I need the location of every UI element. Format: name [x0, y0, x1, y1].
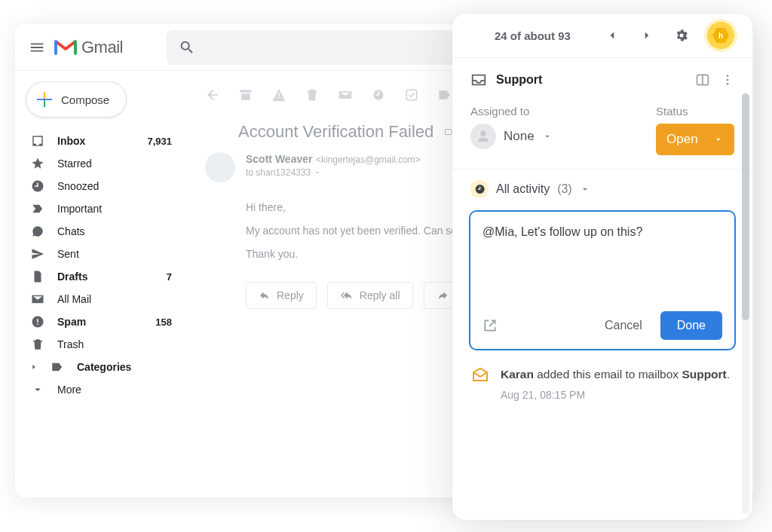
- delete-icon[interactable]: [305, 87, 320, 102]
- prev-button[interactable]: [600, 23, 624, 47]
- label-icon: [50, 360, 65, 374]
- status-label: Status: [656, 105, 734, 118]
- important-icon: [30, 202, 45, 216]
- archive-icon[interactable]: [238, 87, 253, 102]
- assignee-picker[interactable]: None: [470, 124, 641, 149]
- markread-icon[interactable]: [338, 87, 353, 102]
- gmail-logo: Gmail: [54, 38, 123, 57]
- sidebar-item-trash[interactable]: Trash: [23, 333, 179, 356]
- svg-rect-0: [406, 90, 416, 99]
- sidebar-item-spam[interactable]: Spam 158: [23, 310, 179, 333]
- reply-icon: [259, 289, 271, 301]
- mailbox-name: Support: [496, 73, 686, 87]
- panel-header: Support: [452, 58, 752, 97]
- sender-avatar: [205, 152, 235, 182]
- svg-point-3: [727, 75, 729, 77]
- sidebar-item-categories[interactable]: Categories: [23, 356, 179, 378]
- chat-icon: [30, 225, 45, 238]
- open-external-icon[interactable]: [482, 318, 498, 333]
- panel-scrollbar[interactable]: [742, 93, 749, 514]
- user-avatar-icon: [470, 124, 496, 149]
- settings-button[interactable]: [669, 23, 694, 47]
- mailbox-open-icon: [470, 365, 490, 385]
- file-icon: [30, 270, 45, 283]
- sidebar-item-allmail[interactable]: All Mail: [23, 288, 179, 310]
- star-icon: [30, 157, 45, 170]
- sidebar-item-drafts[interactable]: Drafts 7: [23, 265, 179, 288]
- columns-icon[interactable]: [695, 72, 710, 87]
- more-icon[interactable]: [721, 73, 734, 87]
- sender-email: <kingertejas@gmail.com>: [316, 154, 421, 165]
- chevron-down-icon: [30, 383, 45, 396]
- panel-topbar: 24 of about 93 h: [452, 14, 752, 57]
- assigned-to-label: Assigned to: [470, 105, 641, 118]
- cancel-button[interactable]: Cancel: [594, 313, 653, 338]
- svg-point-4: [727, 79, 729, 81]
- done-button[interactable]: Done: [660, 311, 722, 340]
- sidebar-item-starred[interactable]: Starred: [23, 152, 179, 175]
- hiver-panel: 24 of about 93 h Support Assigned to Non…: [452, 14, 752, 520]
- snooze-icon[interactable]: [371, 87, 386, 102]
- gmail-sidebar: Compose Inbox 7,931 Starred Snoozed Impo…: [15, 71, 187, 497]
- alert-icon: [30, 315, 45, 329]
- compose-label: Compose: [61, 93, 109, 106]
- status-picker[interactable]: Open: [656, 124, 734, 155]
- inbox-icon: [30, 134, 45, 148]
- note-text[interactable]: @Mia, Let's follow up on this?: [482, 225, 722, 311]
- reply-all-button[interactable]: Reply all: [327, 282, 413, 309]
- svg-point-5: [727, 83, 729, 85]
- sidebar-item-more[interactable]: More: [23, 378, 179, 401]
- activity-entry: Karan added this email to mailbox Suppor…: [452, 350, 752, 403]
- hiver-brand-icon[interactable]: h: [704, 19, 737, 52]
- menu-icon[interactable]: [29, 39, 45, 56]
- task-icon[interactable]: [404, 87, 419, 102]
- sender-name: Scott Weaver: [246, 153, 312, 165]
- trash-icon: [30, 338, 45, 351]
- caret-right-icon: [30, 363, 41, 371]
- recipients-line[interactable]: to shan1324333: [246, 167, 421, 178]
- forward-icon: [437, 289, 449, 301]
- chevron-down-icon: [542, 131, 553, 142]
- reply-all-icon: [340, 289, 354, 301]
- clock-icon: [30, 179, 45, 193]
- next-button[interactable]: [635, 23, 659, 47]
- note-editor[interactable]: @Mia, Let's follow up on this? Cancel Do…: [469, 210, 736, 350]
- sidebar-item-inbox[interactable]: Inbox 7,931: [23, 130, 179, 152]
- chevron-down-icon: [314, 169, 321, 176]
- thread-subject: Account Verification Failed: [238, 122, 433, 142]
- sidebar-item-snoozed[interactable]: Snoozed: [23, 175, 179, 197]
- mail-icon: [30, 292, 45, 306]
- send-icon: [30, 247, 45, 261]
- mailbox-icon: [470, 72, 487, 88]
- search-icon: [179, 39, 195, 56]
- gmail-wordmark: Gmail: [81, 38, 123, 57]
- report-icon[interactable]: [271, 87, 286, 102]
- activity-timestamp: Aug 21, 08:15 PM: [501, 387, 730, 403]
- sidebar-item-sent[interactable]: Sent: [23, 243, 179, 265]
- plus-icon: [37, 92, 52, 107]
- chevron-down-icon: [713, 134, 724, 145]
- pager-text: 24 of about 93: [495, 29, 571, 42]
- reply-button[interactable]: Reply: [246, 282, 317, 309]
- activity-filter[interactable]: All activity (3): [452, 170, 752, 204]
- history-icon: [470, 180, 489, 198]
- sidebar-item-important[interactable]: Important: [23, 197, 179, 220]
- back-icon[interactable]: [205, 87, 220, 102]
- compose-button[interactable]: Compose: [26, 81, 127, 118]
- chevron-down-icon: [580, 184, 590, 194]
- sidebar-item-chats[interactable]: Chats: [23, 220, 179, 243]
- gmail-m-icon: [54, 39, 77, 56]
- moveto-icon[interactable]: [437, 87, 452, 102]
